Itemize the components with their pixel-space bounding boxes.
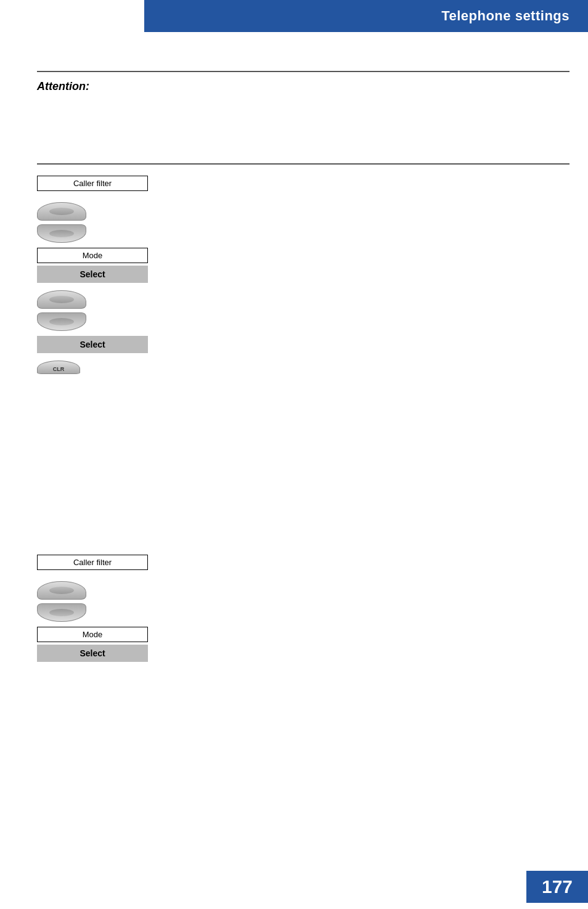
- dpad-down-button[interactable]: [37, 224, 86, 243]
- mode-button-2[interactable]: Mode: [37, 627, 148, 642]
- dpad-down-button-3[interactable]: [37, 603, 86, 622]
- caller-filter-button-2[interactable]: Caller filter: [37, 555, 148, 570]
- section-1: Caller filter Mode Select Select CLR: [37, 176, 197, 396]
- dpad-up-button-3[interactable]: [37, 581, 86, 600]
- top-divider: [37, 71, 570, 72]
- attention-label: Attention:: [37, 80, 570, 93]
- dpad-group-1: [37, 202, 197, 243]
- clr-button[interactable]: CLR: [37, 361, 80, 374]
- mode-button[interactable]: Mode: [37, 248, 148, 263]
- dpad-up-button[interactable]: [37, 202, 86, 221]
- arc-pair-3: [37, 581, 86, 622]
- select-button-3[interactable]: Select: [37, 645, 148, 662]
- section-2: Caller filter Mode Select: [37, 555, 197, 669]
- arc-pair-1: [37, 202, 86, 243]
- page-title: Telephone settings: [441, 8, 570, 24]
- bottom-divider: [37, 163, 570, 165]
- attention-section: Attention:: [37, 74, 570, 102]
- arc-pair-2: [37, 290, 86, 331]
- caller-filter-button[interactable]: Caller filter: [37, 176, 148, 191]
- dpad-group-2: [37, 290, 197, 331]
- page-number: 177: [542, 876, 573, 897]
- dpad-group-3: [37, 581, 197, 622]
- dpad-down-button-2[interactable]: [37, 312, 86, 331]
- clr-button-wrapper: CLR: [37, 361, 80, 391]
- clr-label: CLR: [53, 367, 65, 372]
- header-bar: Telephone settings: [144, 0, 588, 32]
- select-button-1[interactable]: Select: [37, 266, 148, 283]
- dpad-up-button-2[interactable]: [37, 290, 86, 309]
- select-button-2[interactable]: Select: [37, 336, 148, 353]
- page-number-box: 177: [526, 871, 588, 903]
